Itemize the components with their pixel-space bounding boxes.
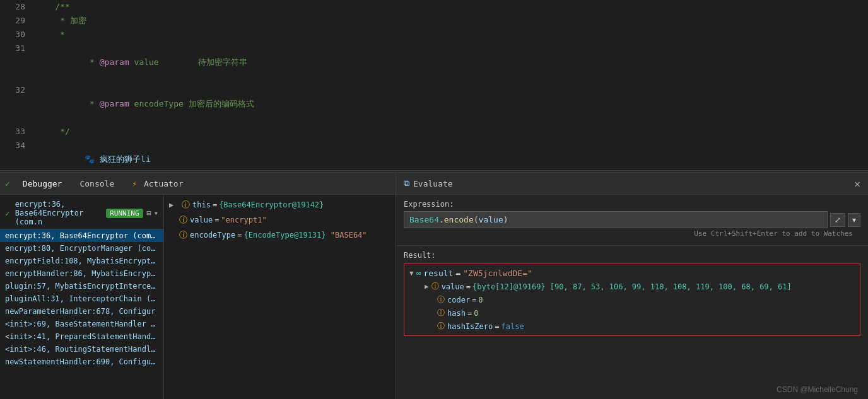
stack-item-1[interactable]: encrypt:80, EncryptorManager (com... <box>0 242 163 255</box>
code-line-30: 30 * <box>0 28 868 42</box>
line-num-31: 31 <box>0 42 33 55</box>
expr-actions: ⤢ ▾ <box>830 213 860 227</box>
line-num-28: 28 <box>0 0 33 14</box>
debug-panel: ✓ Debugger Console ⚡ Actuator ✓ encrypt:… <box>0 173 396 399</box>
expand-button[interactable]: ⤢ <box>830 213 845 227</box>
tab-debugger[interactable]: Debugger <box>15 175 70 192</box>
result-sub-row-coder[interactable]: ⓘ coder = 0 <box>419 293 860 306</box>
result-infinity-icon: ∞ <box>416 269 421 278</box>
line-num-29: 29 <box>0 14 33 28</box>
expression-input-row: Base64.encode(value) ⤢ ▾ <box>404 211 860 228</box>
filter-icon[interactable]: ⊟ <box>147 209 151 217</box>
sub-val-hash: 0 <box>474 309 478 318</box>
stack-item-0[interactable]: encrypt:36, Base64Encryptor (com.n <box>0 229 163 242</box>
sub-eq-hash: = <box>467 309 472 318</box>
var-value-value: "encrypt1" <box>221 216 266 224</box>
stack-item-4[interactable]: plugin:57, MybatisEncryptIntercept <box>0 280 163 292</box>
var-item-value[interactable]: ⓘ value = "encrypt1" <box>164 212 396 228</box>
dropdown-button[interactable]: ▾ <box>848 213 860 227</box>
result-sub-row-hash[interactable]: ⓘ hash = 0 <box>419 306 860 320</box>
sub-name-coder: coder <box>447 296 470 304</box>
active-thread-label: encrypt:36, Base64Encryptor (com.n <box>15 200 101 226</box>
result-sub-items: ▶ ⓘ value = {byte[12]@19169} [90, 87, 53… <box>404 280 860 333</box>
running-badge: RUNNING <box>106 209 143 218</box>
sub-info-icon-hash: ⓘ <box>437 308 445 318</box>
bottom-panel: ✓ Debugger Console ⚡ Actuator ✓ encrypt:… <box>0 173 868 399</box>
var-eq-value: = <box>214 216 219 224</box>
check-icon: ✓ <box>5 179 10 188</box>
result-value: "ZW5jcnlwdDE=" <box>463 269 532 278</box>
var-icon-value: ⓘ <box>179 214 187 226</box>
sub-eq-value: = <box>466 282 471 291</box>
line-num-30: 30 <box>0 28 33 42</box>
evaluate-title: Evaluate <box>413 179 453 188</box>
stack-item-6[interactable]: newParameterHandler:678, Configur <box>0 305 163 318</box>
sub-val-coder: 0 <box>478 296 483 304</box>
line-content-28: /** <box>33 0 868 14</box>
var-item-encodetype[interactable]: ⓘ encodeType = {EncodeType@19131} "BASE6… <box>164 228 396 243</box>
expr-dot: . <box>439 215 444 224</box>
var-icon-this: ⓘ <box>182 199 190 211</box>
stack-header: ✓ encrypt:36, Base64Encryptor (com.n RUN… <box>0 197 163 229</box>
sub-val-hashiszero: false <box>501 322 524 331</box>
stack-item-7[interactable]: <init>:69, BaseStatementHandler (o <box>0 318 163 330</box>
sub-name-value: value <box>442 282 464 291</box>
result-label: Result: <box>404 251 860 260</box>
var-value-encodetype: {EncodeType@19131} "BASE64" <box>243 231 367 240</box>
evaluate-panel: ⧉ Evaluate ✕ Expression: Base64.encode(v… <box>396 173 868 399</box>
watermark: CSDN @MichelleChung <box>777 385 858 394</box>
sub-info-icon-coder: ⓘ <box>437 294 445 305</box>
debug-body: ✓ encrypt:36, Base64Encryptor (com.n RUN… <box>0 195 396 399</box>
sub-info-icon-hashiszero: ⓘ <box>437 321 445 332</box>
sub-name-hashiszero: hashIsZero <box>447 322 493 331</box>
stack-item-10[interactable]: newStatementHandler:690, Configura <box>0 356 163 368</box>
var-eq-this: = <box>213 200 217 209</box>
tab-console[interactable]: Console <box>72 175 122 192</box>
stack-item-2[interactable]: encryptField:108, MybatisEncryptIn <box>0 255 163 267</box>
code-editor: 28 /** 29 * 加密 30 * 31 * @param value 待加… <box>0 0 868 170</box>
stack-item-8[interactable]: <init>:41, PreparedStatementHandle <box>0 330 163 343</box>
code-line-33: 33 */ <box>0 125 868 139</box>
line-num-34: 34 <box>0 139 33 153</box>
line-content-30: * <box>33 28 868 42</box>
result-equals: = <box>455 269 460 278</box>
stack-item-3[interactable]: encryptHandler:86, MybatisEncryptI <box>0 267 163 280</box>
var-name-encodetype: encodeType <box>190 231 235 240</box>
dropdown-arrow[interactable]: ▾ <box>154 209 158 217</box>
panel-tabs: ✓ Debugger Console ⚡ Actuator <box>0 173 396 195</box>
expression-display[interactable]: Base64.encode(value) <box>404 211 828 228</box>
tab-actuator[interactable]: ⚡ Actuator <box>124 175 191 192</box>
expression-section: Expression: Base64.encode(value) ⤢ ▾ Use… <box>396 195 868 246</box>
var-name-this: this <box>192 200 211 209</box>
var-item-this[interactable]: ▶ ⓘ this = {Base64Encryptor@19142} <box>164 197 396 212</box>
var-icon-encodetype: ⓘ <box>179 229 187 241</box>
line-content-32: * @param encodeType 加密后的编码格式 <box>33 83 868 125</box>
code-line-32: 32 * @param encodeType 加密后的编码格式 <box>0 83 868 125</box>
sub-name-hash: hash <box>447 309 466 318</box>
expr-close: ) <box>503 215 508 224</box>
expr-class: Base64 <box>409 215 439 224</box>
expr-fn: encode <box>444 215 474 224</box>
expression-label: Expression: <box>404 200 860 209</box>
stack-item-5[interactable]: pluginAll:31, InterceptorChain (org.a <box>0 292 163 305</box>
var-eq-encodetype: = <box>237 231 242 240</box>
result-main-row[interactable]: ▼ ∞ result = "ZW5jcnlwdDE=" <box>404 267 860 280</box>
variables-panel: ▶ ⓘ this = {Base64Encryptor@19142} ⓘ val… <box>164 195 396 399</box>
line-content-33: */ <box>33 125 868 139</box>
expression-hint: Use Ctrl+Shift+Enter to add to Watches <box>404 228 860 240</box>
result-box: ▼ ∞ result = "ZW5jcnlwdDE=" ▶ ⓘ value = … <box>404 263 860 336</box>
stack-item-9[interactable]: <init>:46, RoutingStatementHandler <box>0 343 163 356</box>
line-content-34: 🐾 疯狂的狮子li <box>33 139 868 170</box>
evaluate-header: ⧉ Evaluate ✕ <box>396 173 868 195</box>
result-sub-row-hashiszero[interactable]: ⓘ hashIsZero = false <box>419 320 860 333</box>
expr-open: ( <box>474 215 479 224</box>
evaluate-close-button[interactable]: ✕ <box>854 178 860 190</box>
expand-icon-this: ▶ <box>169 200 179 209</box>
var-value-this: {Base64Encryptor@19142} <box>219 200 324 209</box>
line-content-29: * 加密 <box>33 14 868 28</box>
sub-eq-coder: = <box>472 296 476 304</box>
sub-info-icon-value: ⓘ <box>431 281 439 292</box>
sub-val-value: {byte[12]@19169} [90, 87, 53, 106, 99, 1… <box>472 282 792 291</box>
result-sub-row-value[interactable]: ▶ ⓘ value = {byte[12]@19169} [90, 87, 53… <box>419 280 860 293</box>
line-content-31: * @param value 待加密字符串 <box>33 42 868 83</box>
